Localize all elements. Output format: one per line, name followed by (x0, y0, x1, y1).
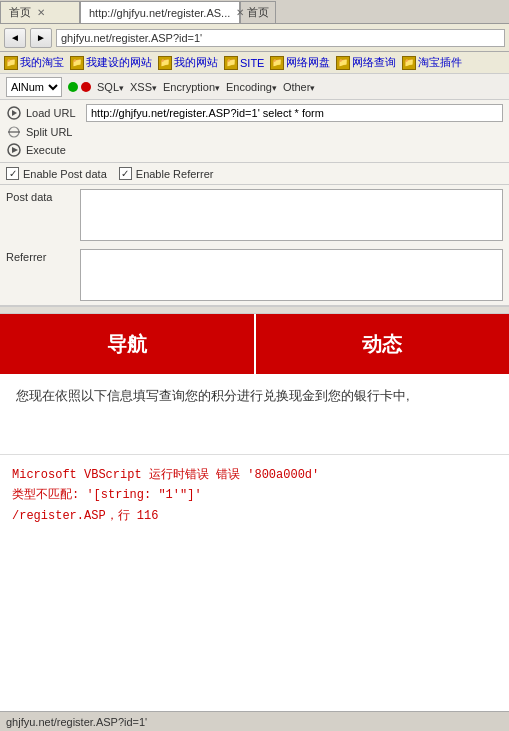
execute-icon (6, 142, 22, 158)
svg-marker-5 (12, 147, 18, 153)
referrer-label: Enable Referrer (136, 168, 214, 180)
bookmark-plugin[interactable]: 📁 淘宝插件 (402, 55, 462, 70)
nav-item-dynamic[interactable]: 动态 (256, 314, 510, 374)
load-url-label: Load URL (26, 107, 76, 119)
green-dot (68, 82, 78, 92)
tab-label-2: 首页 (247, 5, 269, 20)
bookmark-taobao[interactable]: 📁 我的淘宝 (4, 55, 64, 70)
split-url-icon (6, 124, 22, 140)
load-url-row: Load URL (6, 104, 503, 122)
bookmark-mysite[interactable]: 📁 我建设的网站 (70, 55, 152, 70)
post-data-label: Enable Post data (23, 168, 107, 180)
back-button[interactable]: ◄ (4, 28, 26, 48)
sql-panel: Load URL Split URL Execute (0, 100, 509, 163)
forward-button[interactable]: ► (30, 28, 52, 48)
encryption-menu[interactable]: Encryption▾ (163, 81, 220, 93)
referrer-check[interactable]: ✓ (119, 167, 132, 180)
sql-menu[interactable]: SQL▾ (97, 81, 124, 93)
mode-select[interactable]: AlNum Num Alpha (6, 77, 62, 97)
enable-post-data-checkbox[interactable]: ✓ Enable Post data (6, 167, 107, 180)
other-menu[interactable]: Other▾ (283, 81, 316, 93)
referrer-section-label: Referrer (0, 245, 80, 305)
nav-item-label: 动态 (362, 331, 402, 358)
bookmark-label: 我的淘宝 (20, 55, 64, 70)
tab-home-2[interactable]: 首页 (240, 1, 276, 23)
load-url-button[interactable]: Load URL (6, 105, 86, 121)
encoding-menu[interactable]: Encoding▾ (226, 81, 277, 93)
split-url-label: Split URL (26, 126, 72, 138)
tab-home-1[interactable]: 首页 ✕ (0, 1, 80, 23)
referrer-textarea[interactable] (80, 249, 503, 301)
bookmark-icon-netdisk: 📁 (270, 56, 284, 70)
address-bar: ◄ ► (0, 24, 509, 52)
tab-close-1[interactable]: ✕ (37, 7, 45, 18)
nav-item-navigation[interactable]: 导航 (0, 314, 256, 374)
post-data-check[interactable]: ✓ (6, 167, 19, 180)
bookmarks-bar: 📁 我的淘宝 📁 我建设的网站 📁 我的网站 📁 SITE 📁 网络网盘 📁 网… (0, 52, 509, 74)
xss-menu[interactable]: XSS▾ (130, 81, 157, 93)
execute-row: Execute (6, 142, 503, 158)
bookmark-icon-website: 📁 (158, 56, 172, 70)
bookmark-netdisk[interactable]: 📁 网络网盘 (270, 55, 330, 70)
enable-referrer-checkbox[interactable]: ✓ Enable Referrer (119, 167, 214, 180)
separator (0, 306, 509, 314)
bookmark-label: 我的网站 (174, 55, 218, 70)
bookmark-icon-plugin: 📁 (402, 56, 416, 70)
red-dot (81, 82, 91, 92)
bookmark-website[interactable]: 📁 我的网站 (158, 55, 218, 70)
post-data-row: Post data (0, 185, 509, 245)
bookmark-label: 网络网盘 (286, 55, 330, 70)
bookmark-site[interactable]: 📁 SITE (224, 56, 264, 70)
nav-bar: 导航 动态 (0, 314, 509, 374)
bookmark-icon-search: 📁 (336, 56, 350, 70)
bookmark-label: 淘宝插件 (418, 55, 462, 70)
error-line-3: /register.ASP，行 116 (12, 506, 497, 526)
status-dots (68, 82, 91, 92)
tab-register[interactable]: http://ghjfyu.net/register.AS... ✕ (80, 1, 240, 23)
url-input[interactable] (86, 104, 503, 122)
post-data-textarea[interactable] (80, 189, 503, 241)
post-data-section-label: Post data (0, 185, 80, 245)
nav-item-label: 导航 (107, 331, 147, 358)
browser-tabs: 首页 ✕ http://ghjfyu.net/register.AS... ✕ … (0, 0, 509, 24)
error-area: Microsoft VBScript 运行时错误 错误 '800a000d' 类… (0, 454, 509, 536)
referrer-row: Referrer (0, 245, 509, 305)
svg-marker-1 (12, 110, 17, 116)
bookmark-icon-site: 📁 (224, 56, 238, 70)
split-url-row: Split URL (6, 124, 503, 140)
bookmark-icon-mysite: 📁 (70, 56, 84, 70)
bookmark-label: SITE (240, 57, 264, 69)
split-url-button[interactable]: Split URL (6, 124, 86, 140)
tab-label-active: http://ghjfyu.net/register.AS... (89, 7, 230, 19)
tab-label: 首页 (9, 5, 31, 20)
bookmark-label: 我建设的网站 (86, 55, 152, 70)
bookmark-icon-taobao: 📁 (4, 56, 18, 70)
bookmark-search[interactable]: 📁 网络查询 (336, 55, 396, 70)
toolbar: AlNum Num Alpha SQL▾ XSS▾ Encryption▾ En… (0, 74, 509, 100)
error-line-1: Microsoft VBScript 运行时错误 错误 '800a000d' (12, 465, 497, 485)
load-url-icon (6, 105, 22, 121)
error-line-2: 类型不匹配: '[string: "1'"]' (12, 485, 497, 505)
content-area: 您现在依照以下信息填写查询您的积分进行兑换现金到您的银行卡中, (0, 374, 509, 454)
execute-button[interactable]: Execute (6, 142, 86, 158)
bookmark-label: 网络查询 (352, 55, 396, 70)
data-section: Post data Referrer (0, 185, 509, 306)
content-text: 您现在依照以下信息填写查询您的积分进行兑换现金到您的银行卡中, (16, 386, 493, 407)
address-input[interactable] (56, 29, 505, 47)
checkbox-row: ✓ Enable Post data ✓ Enable Referrer (0, 163, 509, 185)
execute-label: Execute (26, 144, 66, 156)
tab-close-2[interactable]: ✕ (236, 7, 244, 18)
